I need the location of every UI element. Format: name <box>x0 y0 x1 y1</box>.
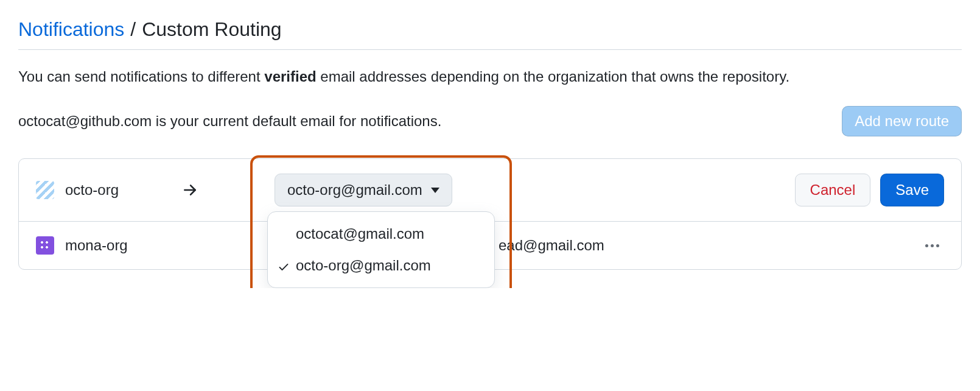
description-strong: verified <box>264 68 316 85</box>
description-suffix: email addresses depending on the organiz… <box>317 68 789 85</box>
route-row-octo-org: octo-org octo-org@gmail.com Cancel Save … <box>19 159 961 222</box>
routes-table: octo-org octo-org@gmail.com Cancel Save … <box>18 158 962 270</box>
email-dropdown-menu: octocat@gmail.com octo-org@gmail.com <box>267 211 495 288</box>
org-cell: mona-org <box>36 236 182 255</box>
dropdown-option-octocat[interactable]: octocat@gmail.com <box>268 218 494 250</box>
header-divider <box>18 49 962 50</box>
org-name-label: octo-org <box>65 181 119 199</box>
save-button[interactable]: Save <box>880 174 944 206</box>
org-avatar-icon <box>36 236 54 255</box>
row-actions <box>920 239 944 252</box>
default-email-text: octocat@github.com is your current defau… <box>18 113 441 130</box>
email-cell: octo-org@gmail.com <box>267 174 795 206</box>
description-prefix: You can send notifications to different <box>18 68 264 85</box>
org-name-label: mona-org <box>65 237 128 254</box>
default-email-row: octocat@github.com is your current defau… <box>18 106 962 136</box>
breadcrumb-current: Custom Routing <box>142 18 281 41</box>
arrow-icon <box>182 182 267 198</box>
email-value: ead@gmail.com <box>499 237 604 254</box>
row-actions: Cancel Save <box>795 174 944 206</box>
cancel-button[interactable]: Cancel <box>795 174 871 206</box>
add-route-button[interactable]: Add new route <box>842 106 962 136</box>
dropdown-option-label: octocat@gmail.com <box>296 225 424 242</box>
kebab-menu-icon[interactable] <box>920 239 944 252</box>
check-icon <box>278 259 290 272</box>
dropdown-option-label: octo-org@gmail.com <box>296 257 431 274</box>
description-text: You can send notifications to different … <box>18 66 962 88</box>
org-cell: octo-org <box>36 181 182 199</box>
breadcrumb: Notifications / Custom Routing <box>18 18 962 41</box>
chevron-down-icon <box>431 188 439 193</box>
breadcrumb-separator: / <box>130 18 136 41</box>
email-select-dropdown[interactable]: octo-org@gmail.com <box>275 174 452 206</box>
email-select-value: octo-org@gmail.com <box>287 181 422 199</box>
dropdown-option-octo-org[interactable]: octo-org@gmail.com <box>268 250 494 281</box>
breadcrumb-link-notifications[interactable]: Notifications <box>18 18 124 41</box>
org-avatar-icon <box>36 181 54 199</box>
page-header: Notifications / Custom Routing <box>18 18 962 41</box>
